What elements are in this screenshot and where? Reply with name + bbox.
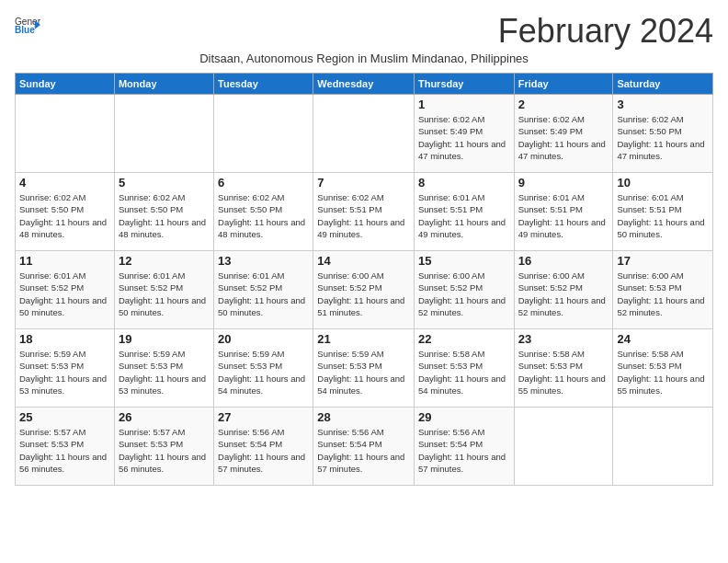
day-info: Sunrise: 5:58 AMSunset: 5:53 PMDaylight:… xyxy=(617,348,709,396)
day-number: 13 xyxy=(218,254,309,268)
day-number: 10 xyxy=(617,176,709,190)
day-info: Sunrise: 6:00 AMSunset: 5:52 PMDaylight:… xyxy=(317,270,410,318)
calendar-cell: 15Sunrise: 6:00 AMSunset: 5:52 PMDayligh… xyxy=(414,251,514,329)
day-info: Sunrise: 5:59 AMSunset: 5:53 PMDaylight:… xyxy=(19,348,110,396)
day-number: 15 xyxy=(418,254,510,268)
col-header-friday: Friday xyxy=(514,74,613,95)
calendar-week-1: 1Sunrise: 6:02 AMSunset: 5:49 PMDaylight… xyxy=(16,95,713,173)
day-info: Sunrise: 6:02 AMSunset: 5:50 PMDaylight:… xyxy=(617,113,709,162)
day-info: Sunrise: 5:57 AMSunset: 5:53 PMDaylight:… xyxy=(119,426,210,475)
calendar-cell xyxy=(613,408,713,486)
calendar-cell: 11Sunrise: 6:01 AMSunset: 5:52 PMDayligh… xyxy=(16,251,115,329)
day-number: 3 xyxy=(617,98,709,111)
col-header-tuesday: Tuesday xyxy=(214,74,313,95)
day-info: Sunrise: 6:02 AMSunset: 5:49 PMDaylight:… xyxy=(418,113,510,162)
calendar-cell: 16Sunrise: 6:00 AMSunset: 5:52 PMDayligh… xyxy=(514,251,613,329)
day-info: Sunrise: 5:58 AMSunset: 5:53 PMDaylight:… xyxy=(418,348,510,396)
calendar-cell xyxy=(16,95,115,173)
day-info: Sunrise: 6:00 AMSunset: 5:52 PMDaylight:… xyxy=(418,270,510,318)
calendar-body: 1Sunrise: 6:02 AMSunset: 5:49 PMDaylight… xyxy=(16,95,713,486)
day-number: 11 xyxy=(19,254,110,268)
day-info: Sunrise: 5:57 AMSunset: 5:53 PMDaylight:… xyxy=(19,426,110,475)
day-info: Sunrise: 6:02 AMSunset: 5:50 PMDaylight:… xyxy=(218,191,309,240)
day-number: 1 xyxy=(418,98,510,111)
day-info: Sunrise: 6:01 AMSunset: 5:51 PMDaylight:… xyxy=(418,191,510,240)
calendar-cell: 13Sunrise: 6:01 AMSunset: 5:52 PMDayligh… xyxy=(214,251,313,329)
calendar-week-3: 11Sunrise: 6:01 AMSunset: 5:52 PMDayligh… xyxy=(16,251,713,329)
day-number: 27 xyxy=(218,410,309,424)
day-info: Sunrise: 6:02 AMSunset: 5:49 PMDaylight:… xyxy=(518,113,609,162)
calendar-header-row: SundayMondayTuesdayWednesdayThursdayFrid… xyxy=(16,74,713,95)
calendar-cell: 29Sunrise: 5:56 AMSunset: 5:54 PMDayligh… xyxy=(414,408,514,486)
day-info: Sunrise: 5:58 AMSunset: 5:53 PMDaylight:… xyxy=(518,348,609,396)
calendar-cell: 6Sunrise: 6:02 AMSunset: 5:50 PMDaylight… xyxy=(214,173,313,251)
col-header-saturday: Saturday xyxy=(613,74,713,95)
day-info: Sunrise: 6:01 AMSunset: 5:51 PMDaylight:… xyxy=(518,191,609,240)
calendar-cell: 19Sunrise: 5:59 AMSunset: 5:53 PMDayligh… xyxy=(114,329,213,408)
day-number: 12 xyxy=(119,254,210,268)
calendar-cell: 25Sunrise: 5:57 AMSunset: 5:53 PMDayligh… xyxy=(16,408,115,486)
day-info: Sunrise: 6:00 AMSunset: 5:52 PMDaylight:… xyxy=(518,270,609,318)
day-number: 26 xyxy=(119,410,210,424)
calendar-cell xyxy=(114,95,213,173)
day-info: Sunrise: 6:02 AMSunset: 5:50 PMDaylight:… xyxy=(19,191,110,240)
day-number: 17 xyxy=(617,254,709,268)
calendar-cell: 21Sunrise: 5:59 AMSunset: 5:53 PMDayligh… xyxy=(313,329,415,408)
day-number: 16 xyxy=(518,254,609,268)
calendar-cell: 22Sunrise: 5:58 AMSunset: 5:53 PMDayligh… xyxy=(414,329,514,408)
day-number: 2 xyxy=(518,98,609,111)
calendar-cell: 10Sunrise: 6:01 AMSunset: 5:51 PMDayligh… xyxy=(613,173,713,251)
calendar-cell: 28Sunrise: 5:56 AMSunset: 5:54 PMDayligh… xyxy=(313,408,415,486)
calendar-cell: 20Sunrise: 5:59 AMSunset: 5:53 PMDayligh… xyxy=(214,329,313,408)
calendar-cell xyxy=(514,408,613,486)
day-number: 24 xyxy=(617,332,709,346)
logo-icon: General Blue xyxy=(15,15,40,35)
calendar-week-2: 4Sunrise: 6:02 AMSunset: 5:50 PMDaylight… xyxy=(16,173,713,251)
day-info: Sunrise: 6:02 AMSunset: 5:50 PMDaylight:… xyxy=(119,191,210,240)
day-info: Sunrise: 5:59 AMSunset: 5:53 PMDaylight:… xyxy=(119,348,210,396)
day-info: Sunrise: 6:01 AMSunset: 5:52 PMDaylight:… xyxy=(19,270,110,318)
day-info: Sunrise: 5:59 AMSunset: 5:53 PMDaylight:… xyxy=(218,348,309,396)
day-number: 7 xyxy=(317,176,410,190)
calendar-week-4: 18Sunrise: 5:59 AMSunset: 5:53 PMDayligh… xyxy=(16,329,713,408)
day-number: 19 xyxy=(119,332,210,346)
col-header-sunday: Sunday xyxy=(16,74,115,95)
day-info: Sunrise: 5:56 AMSunset: 5:54 PMDaylight:… xyxy=(317,426,410,475)
month-title: February 2024 xyxy=(498,15,713,48)
day-number: 18 xyxy=(19,332,110,346)
col-header-monday: Monday xyxy=(114,74,213,95)
day-number: 29 xyxy=(418,410,510,424)
day-info: Sunrise: 6:01 AMSunset: 5:52 PMDaylight:… xyxy=(218,270,309,318)
col-header-wednesday: Wednesday xyxy=(313,74,415,95)
day-number: 5 xyxy=(119,176,210,190)
day-number: 28 xyxy=(317,410,410,424)
day-number: 6 xyxy=(218,176,309,190)
day-number: 4 xyxy=(19,176,110,190)
day-number: 20 xyxy=(218,332,309,346)
day-number: 14 xyxy=(317,254,410,268)
calendar-cell: 2Sunrise: 6:02 AMSunset: 5:49 PMDaylight… xyxy=(514,95,613,173)
day-info: Sunrise: 6:02 AMSunset: 5:51 PMDaylight:… xyxy=(317,191,410,240)
day-info: Sunrise: 5:59 AMSunset: 5:53 PMDaylight:… xyxy=(317,348,410,396)
subtitle: Ditsaan, Autonomous Region in Muslim Min… xyxy=(15,52,713,65)
calendar-cell: 23Sunrise: 5:58 AMSunset: 5:53 PMDayligh… xyxy=(514,329,613,408)
svg-text:Blue: Blue xyxy=(15,25,35,35)
calendar-cell: 17Sunrise: 6:00 AMSunset: 5:53 PMDayligh… xyxy=(613,251,713,329)
day-info: Sunrise: 6:01 AMSunset: 5:52 PMDaylight:… xyxy=(119,270,210,318)
day-number: 25 xyxy=(19,410,110,424)
day-number: 23 xyxy=(518,332,609,346)
calendar-cell: 26Sunrise: 5:57 AMSunset: 5:53 PMDayligh… xyxy=(114,408,213,486)
calendar-week-5: 25Sunrise: 5:57 AMSunset: 5:53 PMDayligh… xyxy=(16,408,713,486)
day-info: Sunrise: 6:01 AMSunset: 5:51 PMDaylight:… xyxy=(617,191,709,240)
day-info: Sunrise: 5:56 AMSunset: 5:54 PMDaylight:… xyxy=(218,426,309,475)
calendar-cell: 4Sunrise: 6:02 AMSunset: 5:50 PMDaylight… xyxy=(16,173,115,251)
calendar-cell: 9Sunrise: 6:01 AMSunset: 5:51 PMDaylight… xyxy=(514,173,613,251)
calendar-cell: 8Sunrise: 6:01 AMSunset: 5:51 PMDaylight… xyxy=(414,173,514,251)
day-info: Sunrise: 6:00 AMSunset: 5:53 PMDaylight:… xyxy=(617,270,709,318)
col-header-thursday: Thursday xyxy=(414,74,514,95)
calendar-cell: 3Sunrise: 6:02 AMSunset: 5:50 PMDaylight… xyxy=(613,95,713,173)
calendar-cell: 24Sunrise: 5:58 AMSunset: 5:53 PMDayligh… xyxy=(613,329,713,408)
day-number: 8 xyxy=(418,176,510,190)
day-info: Sunrise: 5:56 AMSunset: 5:54 PMDaylight:… xyxy=(418,426,510,475)
calendar-cell: 18Sunrise: 5:59 AMSunset: 5:53 PMDayligh… xyxy=(16,329,115,408)
